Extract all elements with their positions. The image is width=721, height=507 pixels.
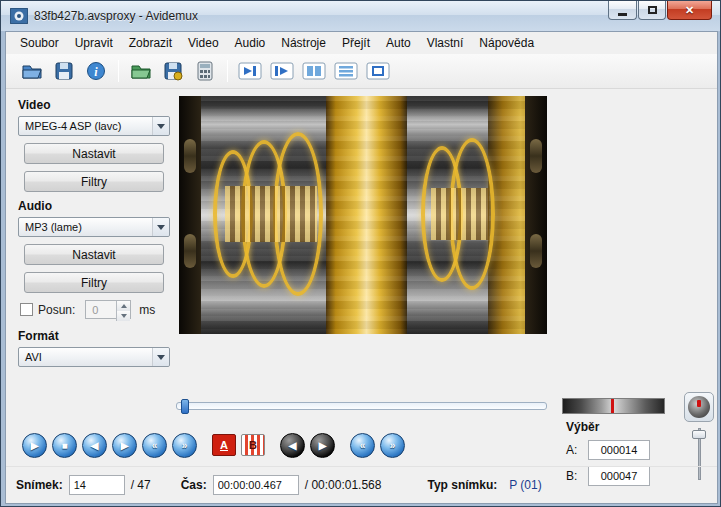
preview-edge-cell xyxy=(530,139,542,173)
selection-a-field[interactable] xyxy=(588,440,650,460)
maximize-button[interactable] xyxy=(638,1,666,20)
toolbar-separator xyxy=(227,60,228,82)
menu-audio[interactable]: Audio xyxy=(227,33,274,53)
preview-coil xyxy=(431,188,489,240)
format-select[interactable]: AVI xyxy=(18,347,170,367)
prev-keyframe-button[interactable]: « xyxy=(350,433,375,458)
spin-down-icon[interactable] xyxy=(116,311,130,321)
menu-zobrazit[interactable]: Zobrazit xyxy=(121,33,180,53)
list-view-icon[interactable] xyxy=(332,58,360,84)
video-section-label: Video xyxy=(18,98,176,112)
selection-label: Výběr xyxy=(566,420,650,434)
menu-auto[interactable]: Auto xyxy=(378,33,419,53)
format-section-label: Formát xyxy=(18,329,176,343)
open-icon[interactable] xyxy=(18,58,46,84)
audio-configure-button[interactable]: Nastavit xyxy=(24,244,164,265)
menu-upravit[interactable]: Upravit xyxy=(67,33,121,53)
status-bar: Snímek: / 47 Čas: / 00:00:01.568 Typ sní… xyxy=(6,466,717,503)
frame-number-field[interactable] xyxy=(69,475,125,495)
menu-prejit[interactable]: Přejít xyxy=(334,33,378,53)
close-icon: ✕ xyxy=(685,4,694,17)
audio-codec-value: MP3 (lame) xyxy=(25,221,82,233)
spin-up-icon[interactable] xyxy=(116,301,130,311)
spinner-buttons xyxy=(116,301,130,318)
video-preview xyxy=(179,96,547,334)
prev-black-frame-button[interactable]: ◀ xyxy=(280,433,305,458)
window-title: 83fb427b.avsproxy - Avidemux xyxy=(34,9,198,23)
avidemux-window: 83fb427b.avsproxy - Avidemux ✕ Soubor Up… xyxy=(0,0,721,507)
menu-bar: Soubor Upravit Zobrazit Video Audio Nást… xyxy=(6,32,717,54)
frame-label: Snímek: xyxy=(16,478,63,492)
next-frame-button[interactable]: ▶ xyxy=(112,433,137,458)
jog-dial-marker xyxy=(697,400,701,407)
timeline-handle[interactable] xyxy=(181,399,189,414)
selection-gradient-bar[interactable] xyxy=(562,398,665,414)
mark-b-button[interactable]: B xyxy=(241,434,265,456)
audio-section-label: Audio xyxy=(18,199,176,213)
information-icon[interactable]: i xyxy=(82,58,110,84)
selection-a-label: A: xyxy=(566,443,588,457)
jog-knob-button[interactable] xyxy=(684,392,714,422)
shift-label: Posun: xyxy=(38,303,75,317)
format-value: AVI xyxy=(25,351,42,363)
timeline-slider[interactable] xyxy=(176,402,547,410)
maximize-icon xyxy=(648,6,657,14)
audio-filters-button[interactable]: Filtry xyxy=(24,272,164,293)
menu-nastroje[interactable]: Nástroje xyxy=(273,33,334,53)
menu-napoveda[interactable]: Nápověda xyxy=(471,33,542,53)
jog-dial-icon xyxy=(688,396,710,418)
toolbar-separator xyxy=(118,60,119,82)
next-black-frame-button[interactable]: ▶ xyxy=(310,433,335,458)
play-output-icon[interactable] xyxy=(268,58,296,84)
split-view-icon[interactable] xyxy=(300,58,328,84)
save-copy-icon[interactable] xyxy=(159,58,187,84)
volume-slider-handle[interactable] xyxy=(692,430,706,439)
shift-value: 0 xyxy=(92,304,98,316)
selection-marker xyxy=(611,399,614,413)
mark-a-button[interactable]: A xyxy=(212,434,236,456)
next-keyframe-button[interactable]: » xyxy=(380,433,405,458)
shift-checkbox[interactable] xyxy=(20,303,33,316)
chevron-down-icon xyxy=(152,348,169,366)
time-total: / 00:00:01.568 xyxy=(305,478,382,492)
minimize-button[interactable] xyxy=(608,1,637,20)
preview-edge-cell xyxy=(530,234,542,268)
calculator-icon[interactable] xyxy=(191,58,219,84)
menu-video[interactable]: Video xyxy=(180,33,226,53)
titlebar[interactable]: 83fb427b.avsproxy - Avidemux ✕ xyxy=(1,1,720,31)
app-logo-icon xyxy=(10,8,28,24)
main-toolbar: i xyxy=(6,54,717,89)
client-area: Soubor Upravit Zobrazit Video Audio Nást… xyxy=(5,31,718,504)
video-codec-select[interactable]: MPEG-4 ASP (lavc) xyxy=(18,116,170,136)
video-filters-button[interactable]: Filtry xyxy=(24,171,164,192)
video-codec-value: MPEG-4 ASP (lavc) xyxy=(25,120,121,132)
audio-codec-select[interactable]: MP3 (lame) xyxy=(18,217,170,237)
frame-type-value: P (01) xyxy=(509,478,541,492)
save-icon[interactable] xyxy=(50,58,78,84)
shift-value-spinner[interactable]: 0 xyxy=(85,300,131,319)
video-configure-button[interactable]: Nastavit xyxy=(24,143,164,164)
time-field[interactable] xyxy=(213,475,299,495)
time-label: Čas: xyxy=(181,478,207,492)
transport-controls: ▶ ■ ◀ ▶ « » A B ◀ ▶ « » xyxy=(22,430,410,460)
codec-panel: Video MPEG-4 ASP (lavc) Nastavit Filtry … xyxy=(14,94,176,374)
first-frame-button[interactable]: « xyxy=(142,433,167,458)
last-frame-button[interactable]: » xyxy=(172,433,197,458)
play-input-icon[interactable] xyxy=(236,58,264,84)
stop-button[interactable]: ■ xyxy=(52,433,77,458)
open-folder-icon[interactable] xyxy=(127,58,155,84)
play-button[interactable]: ▶ xyxy=(22,433,47,458)
chevron-down-icon xyxy=(152,218,169,236)
close-button[interactable]: ✕ xyxy=(667,1,712,20)
prev-frame-button[interactable]: ◀ xyxy=(82,433,107,458)
menu-vlastni[interactable]: Vlastní xyxy=(419,33,472,53)
audio-shift-row: Posun: 0 ms xyxy=(20,300,176,319)
minimize-icon xyxy=(618,13,627,16)
frame-total: / 47 xyxy=(131,478,151,492)
menu-soubor[interactable]: Soubor xyxy=(12,33,67,53)
shift-unit-label: ms xyxy=(139,303,155,317)
frame-type-label: Typ snímku: xyxy=(427,478,497,492)
preview-edge-cell xyxy=(184,139,196,173)
window-controls: ✕ xyxy=(607,1,712,20)
output-frame-icon[interactable] xyxy=(364,58,392,84)
